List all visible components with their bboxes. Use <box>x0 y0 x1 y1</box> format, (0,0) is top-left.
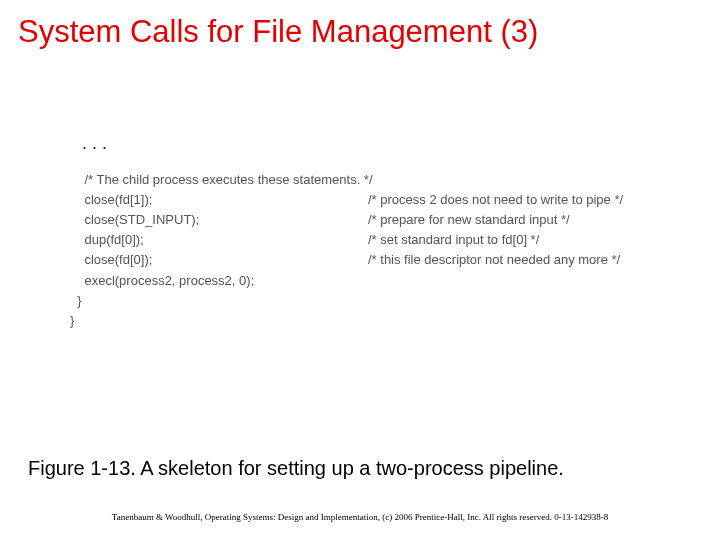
code-text: close(fd[1]); <box>70 190 368 210</box>
code-comment: /* this file descriptor not needed any m… <box>368 250 620 270</box>
code-text: } <box>70 311 74 331</box>
code-line: close(STD_INPUT); /* prepare for new sta… <box>70 210 700 230</box>
code-text: /* The child process executes these stat… <box>70 170 373 190</box>
code-text: close(STD_INPUT); <box>70 210 368 230</box>
code-comment-header: /* The child process executes these stat… <box>70 170 700 190</box>
copyright-footer: Tanenbaum & Woodhull, Operating Systems:… <box>0 512 720 522</box>
code-brace: } <box>70 291 700 311</box>
code-text: execl(process2, process2, 0); <box>70 271 254 291</box>
slide: System Calls for File Management (3) . .… <box>0 0 720 540</box>
figure-caption: Figure 1-13. A skeleton for setting up a… <box>0 457 720 480</box>
code-line: dup(fd[0]); /* set standard input to fd[… <box>70 230 700 250</box>
code-brace: } <box>70 311 700 331</box>
ellipsis: . . . <box>82 130 700 158</box>
code-comment: /* process 2 does not need to write to p… <box>368 190 623 210</box>
code-comment: /* prepare for new standard input */ <box>368 210 570 230</box>
code-text: dup(fd[0]); <box>70 230 368 250</box>
code-line: execl(process2, process2, 0); <box>70 271 700 291</box>
code-text: } <box>70 291 82 311</box>
code-block: . . . /* The child process executes thes… <box>70 130 700 331</box>
code-text: close(fd[0]); <box>70 250 368 270</box>
slide-title: System Calls for File Management (3) <box>0 0 720 50</box>
code-line: close(fd[0]); /* this file descriptor no… <box>70 250 700 270</box>
code-comment: /* set standard input to fd[0] */ <box>368 230 539 250</box>
code-line: close(fd[1]); /* process 2 does not need… <box>70 190 700 210</box>
